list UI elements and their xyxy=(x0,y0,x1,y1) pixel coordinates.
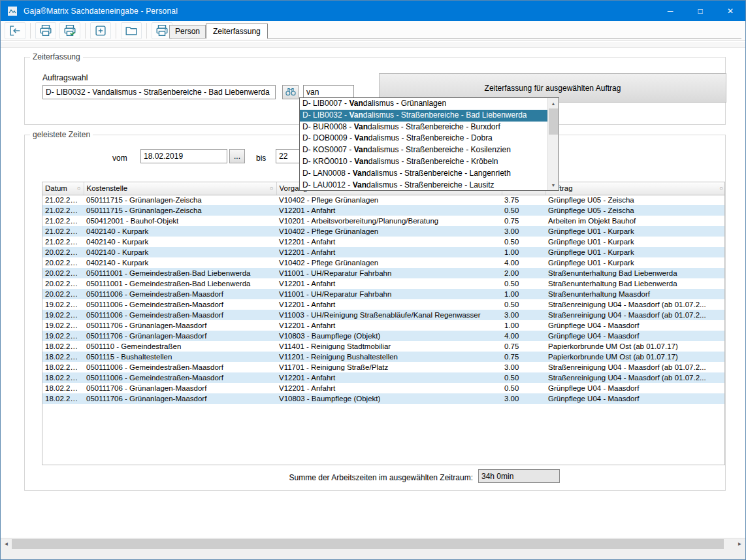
toolbar-buttons xyxy=(5,22,176,39)
folder-button[interactable] xyxy=(121,22,142,39)
bis-date-value: 22 xyxy=(279,152,287,161)
dropdown-scrollbar-thumb[interactable] xyxy=(549,108,558,135)
cell-auftrag: Straßenunterhaltung Bad Liebenwerda xyxy=(545,278,725,289)
cell-auftrag: Grünpflege U04 - Maasdorf xyxy=(545,383,725,393)
table-row[interactable]: 20.02.20190402140 - KurparkV10402 - Pfle… xyxy=(42,257,725,268)
add-record-icon xyxy=(93,24,108,38)
column-header[interactable]: Datum○ xyxy=(42,182,84,195)
toolbar-separator xyxy=(116,23,116,39)
horizontal-scrollbar[interactable]: ◄ ► xyxy=(1,538,745,549)
search-button[interactable] xyxy=(282,85,299,99)
cell-vorgang: V12201 - Anfahrt xyxy=(276,237,502,247)
table-row[interactable]: 21.02.2019050111715 - Grünanlagen-Zeisch… xyxy=(42,195,725,205)
scroll-right-icon[interactable]: ► xyxy=(734,538,745,550)
table-row[interactable]: 20.02.20190402140 - KurparkV12201 - Anfa… xyxy=(42,247,725,257)
cell-vorgang: V10402 - Pflege Grünanlagen xyxy=(276,226,502,237)
column-header-label: Datum xyxy=(45,184,67,192)
dropdown-item[interactable]: D- LIB0032 - Vandalismus - Straßenbereic… xyxy=(300,110,547,122)
close-button[interactable]: ✕ xyxy=(715,1,745,21)
column-header[interactable]: Auftrag○ xyxy=(545,182,725,195)
cell-vorgang: V11001 - UH/Reparatur Fahrbahn xyxy=(276,289,502,299)
scroll-down-icon[interactable]: ▼ xyxy=(548,180,559,190)
cell-stunden: 3.00 xyxy=(502,310,545,320)
cell-kostenstelle: 050111706 - Grünanlagen-Maasdorf xyxy=(84,331,276,341)
vom-label: vom xyxy=(112,154,127,163)
table-row[interactable]: 21.02.2019050111715 - Grünanlagen-Zeisch… xyxy=(42,205,725,216)
table-row[interactable]: 18.02.20190501110 - GemeindestraßenV1140… xyxy=(42,341,725,352)
cell-datum: 21.02.2019 xyxy=(42,237,84,247)
cell-kostenstelle: 050111006 - Gemeindestraßen-Maasdorf xyxy=(84,362,276,372)
scroll-up-icon[interactable]: ▲ xyxy=(548,98,559,108)
tab-person[interactable]: Person xyxy=(169,25,206,38)
dropdown-item[interactable]: D- KOS0007 - Vandalismus - Straßenbereic… xyxy=(300,144,547,156)
table-row[interactable]: 18.02.2019050111006 - Gemeindestraßen-Ma… xyxy=(42,372,725,383)
vom-date-value: 18.02.2019 xyxy=(144,152,183,161)
cell-stunden: 0.50 xyxy=(502,299,545,310)
dropdown-item[interactable]: D- LAN0008 - Vandalismus - Straßenbereic… xyxy=(300,168,547,180)
cell-stunden: 0.50 xyxy=(502,237,545,247)
cell-kostenstelle: 0402140 - Kurpark xyxy=(84,226,276,237)
cell-stunden: 1.00 xyxy=(502,247,545,257)
window-controls: ─ □ ✕ xyxy=(655,1,745,21)
add-record-button[interactable] xyxy=(90,22,111,39)
table-row[interactable]: 19.02.2019050111706 - Grünanlagen-Maasdo… xyxy=(42,320,725,331)
sum-label: Summe der Arbeitszeiten im ausgewählten … xyxy=(116,473,473,482)
cell-datum: 18.02.2019 xyxy=(42,372,84,383)
toolbar-separator xyxy=(30,23,31,39)
cell-stunden: 4.00 xyxy=(502,257,545,268)
table-row[interactable]: 19.02.2019050111006 - Gemeindestraßen-Ma… xyxy=(42,310,725,320)
table-row[interactable]: 20.02.2019050111001 - Gemeindestraßen-Ba… xyxy=(42,278,725,289)
scroll-left-icon[interactable]: ◄ xyxy=(1,538,12,550)
exit-icon xyxy=(8,24,22,38)
dropdown-item[interactable]: D- LIB0007 - Vandalismus - Grünanlagen xyxy=(300,98,547,110)
print-button[interactable] xyxy=(35,22,56,39)
cell-stunden: 3.00 xyxy=(502,393,545,404)
tab-zeiterfassung[interactable]: Zeiterfassung xyxy=(206,24,268,39)
print-preview-button[interactable] xyxy=(59,22,80,39)
table-row[interactable]: 18.02.2019050111706 - Grünanlagen-Maasdo… xyxy=(42,383,725,393)
cell-datum: 20.02.2019 xyxy=(42,268,84,278)
column-header[interactable]: Kostenstelle○ xyxy=(84,182,276,195)
cell-vorgang: V10803 - Baumpflege (Objekt) xyxy=(276,331,502,341)
print-preview-icon xyxy=(63,24,77,38)
table-row[interactable]: 18.02.20190501115 - BushaltestellenV1120… xyxy=(42,352,725,362)
cell-stunden: 0.50 xyxy=(502,372,545,383)
table-row[interactable]: 21.02.2019050412001 - Bauhof-ObjektV1020… xyxy=(42,216,725,226)
dropdown-item[interactable]: D- DOB0009 - Vandalismus - Straßenbereic… xyxy=(300,133,547,144)
auftrag-combo-input[interactable]: D- LIB0032 - Vandalismus - Straßenbereic… xyxy=(42,85,276,99)
vom-date-input[interactable]: 18.02.2019 xyxy=(140,149,227,163)
cell-kostenstelle: 050111006 - Gemeindestraßen-Maasdorf xyxy=(84,289,276,299)
horizontal-scrollbar-thumb[interactable] xyxy=(12,539,724,549)
dropdown-item[interactable]: D- KRÖ0010 - Vandalismus - Straßenbereic… xyxy=(300,156,547,168)
cell-datum: 18.02.2019 xyxy=(42,341,84,352)
table-row[interactable]: 20.02.2019050111006 - Gemeindestraßen-Ma… xyxy=(42,289,725,299)
column-filter-icon[interactable]: ○ xyxy=(77,185,80,191)
cell-datum: 20.02.2019 xyxy=(42,257,84,268)
cell-datum: 19.02.2019 xyxy=(42,320,84,331)
dropdown-item[interactable]: D- BUR0008 - Vandalismus - Straßenbereic… xyxy=(300,122,547,133)
exit-button[interactable] xyxy=(5,22,25,39)
maximize-button[interactable]: □ xyxy=(685,1,715,21)
cell-auftrag: Straßenreinigung U04 - Maasdorf (ab 01.0… xyxy=(545,372,725,383)
table-row[interactable]: 21.02.20190402140 - KurparkV12201 - Anfa… xyxy=(42,237,725,247)
column-filter-icon[interactable]: ○ xyxy=(720,185,723,191)
table-row[interactable]: 19.02.2019050111006 - Gemeindestraßen-Ma… xyxy=(42,299,725,310)
cell-vorgang: V12201 - Anfahrt xyxy=(276,372,502,383)
date-browse-button[interactable]: ... xyxy=(229,149,245,163)
cell-kostenstelle: 0402140 - Kurpark xyxy=(84,237,276,247)
cell-kostenstelle: 050111706 - Grünanlagen-Maasdorf xyxy=(84,320,276,331)
dropdown-scrollbar[interactable]: ▲ ▼ xyxy=(547,98,559,190)
cell-datum: 20.02.2019 xyxy=(42,278,84,289)
cell-kostenstelle: 0402140 - Kurpark xyxy=(84,257,276,268)
column-filter-icon[interactable]: ○ xyxy=(270,185,273,191)
minimize-button[interactable]: ─ xyxy=(655,1,685,21)
status-strip xyxy=(1,549,745,560)
table-row[interactable]: 20.02.2019050111001 - Gemeindestraßen-Ba… xyxy=(42,268,725,278)
cell-auftrag: Arbeiten im Objekt Bauhof xyxy=(545,216,725,226)
table-row[interactable]: 21.02.20190402140 - KurparkV10402 - Pfle… xyxy=(42,226,725,237)
table-row[interactable]: 19.02.2019050111706 - Grünanlagen-Maasdo… xyxy=(42,331,725,341)
dropdown-item[interactable]: D- LAU0012 - Vandalismus - Straßenbereic… xyxy=(300,180,547,190)
table-row[interactable]: 18.02.2019050111006 - Gemeindestraßen-Ma… xyxy=(42,362,725,372)
table-row[interactable]: 18.02.2019050111706 - Grünanlagen-Maasdo… xyxy=(42,393,725,404)
cell-vorgang: V11401 - Reinigung Stadtmobiliar xyxy=(276,341,502,352)
